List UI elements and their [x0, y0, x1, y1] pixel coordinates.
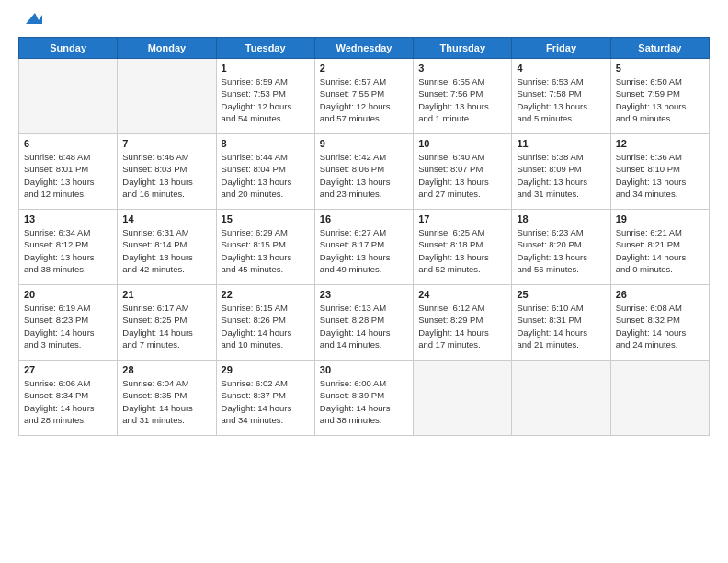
calendar-header-monday: Monday: [118, 38, 216, 59]
calendar-header-friday: Friday: [512, 38, 610, 59]
calendar-cell: [414, 361, 512, 436]
day-info: Sunrise: 6:50 AMSunset: 7:59 PMDaylight:…: [616, 75, 704, 124]
day-number: 30: [320, 364, 408, 375]
day-info: Sunrise: 6:21 AMSunset: 8:21 PMDaylight:…: [616, 226, 704, 275]
logo: [18, 15, 42, 28]
calendar-cell: 19Sunrise: 6:21 AMSunset: 8:21 PMDayligh…: [610, 210, 709, 285]
calendar-cell: 8Sunrise: 6:44 AMSunset: 8:04 PMDaylight…: [216, 134, 314, 210]
calendar-cell: [610, 361, 709, 436]
day-info: Sunrise: 6:46 AMSunset: 8:03 PMDaylight:…: [122, 151, 210, 200]
calendar-cell: 22Sunrise: 6:15 AMSunset: 8:26 PMDayligh…: [216, 285, 314, 361]
day-number: 17: [418, 213, 506, 224]
day-info: Sunrise: 6:48 AMSunset: 8:01 PMDaylight:…: [24, 151, 112, 200]
day-number: 22: [222, 289, 310, 300]
calendar-header-sunday: Sunday: [19, 38, 118, 59]
day-number: 29: [222, 364, 310, 375]
calendar-cell: 21Sunrise: 6:17 AMSunset: 8:25 PMDayligh…: [118, 285, 216, 361]
day-info: Sunrise: 6:38 AMSunset: 8:09 PMDaylight:…: [517, 151, 605, 200]
day-number: 18: [517, 213, 605, 224]
calendar-cell: 20Sunrise: 6:19 AMSunset: 8:23 PMDayligh…: [19, 285, 118, 361]
day-number: 13: [24, 213, 112, 224]
calendar-cell: 18Sunrise: 6:23 AMSunset: 8:20 PMDayligh…: [512, 210, 610, 285]
day-info: Sunrise: 6:40 AMSunset: 8:07 PMDaylight:…: [418, 151, 506, 200]
day-number: 1: [222, 63, 310, 74]
day-number: 14: [122, 213, 210, 224]
page-container: SundayMondayTuesdayWednesdayThursdayFrid…: [0, 0, 728, 563]
day-info: Sunrise: 6:57 AMSunset: 7:55 PMDaylight:…: [320, 75, 408, 124]
day-info: Sunrise: 6:17 AMSunset: 8:25 PMDaylight:…: [122, 302, 210, 350]
day-number: 27: [24, 364, 112, 375]
calendar-cell: 15Sunrise: 6:29 AMSunset: 8:15 PMDayligh…: [216, 210, 314, 285]
calendar-cell: 27Sunrise: 6:06 AMSunset: 8:34 PMDayligh…: [19, 361, 118, 436]
day-info: Sunrise: 6:23 AMSunset: 8:20 PMDaylight:…: [517, 226, 605, 275]
day-number: 15: [222, 213, 310, 224]
calendar-cell: 4Sunrise: 6:53 AMSunset: 7:58 PMDaylight…: [512, 59, 610, 134]
calendar-cell: 17Sunrise: 6:25 AMSunset: 8:18 PMDayligh…: [414, 210, 512, 285]
day-info: Sunrise: 6:04 AMSunset: 8:35 PMDaylight:…: [122, 377, 210, 426]
calendar-cell: 29Sunrise: 6:02 AMSunset: 8:37 PMDayligh…: [216, 361, 314, 436]
calendar-cell: 9Sunrise: 6:42 AMSunset: 8:06 PMDaylight…: [314, 134, 413, 210]
day-info: Sunrise: 6:27 AMSunset: 8:17 PMDaylight:…: [320, 226, 408, 275]
calendar-week-5: 27Sunrise: 6:06 AMSunset: 8:34 PMDayligh…: [19, 361, 710, 436]
day-info: Sunrise: 6:00 AMSunset: 8:39 PMDaylight:…: [320, 377, 408, 426]
calendar-cell: 2Sunrise: 6:57 AMSunset: 7:55 PMDaylight…: [314, 59, 413, 134]
calendar-header-thursday: Thursday: [414, 38, 512, 59]
svg-marker-0: [26, 13, 42, 24]
day-number: 21: [122, 289, 210, 300]
day-number: 20: [24, 289, 112, 300]
day-info: Sunrise: 6:10 AMSunset: 8:31 PMDaylight:…: [517, 302, 605, 350]
day-info: Sunrise: 6:13 AMSunset: 8:28 PMDaylight:…: [320, 302, 408, 350]
day-number: 12: [616, 138, 704, 149]
day-info: Sunrise: 6:19 AMSunset: 8:23 PMDaylight:…: [24, 302, 112, 350]
day-info: Sunrise: 6:53 AMSunset: 7:58 PMDaylight:…: [517, 75, 605, 124]
day-info: Sunrise: 6:08 AMSunset: 8:32 PMDaylight:…: [616, 302, 704, 350]
calendar-cell: 14Sunrise: 6:31 AMSunset: 8:14 PMDayligh…: [118, 210, 216, 285]
calendar-cell: 5Sunrise: 6:50 AMSunset: 7:59 PMDaylight…: [610, 59, 709, 134]
day-info: Sunrise: 6:15 AMSunset: 8:26 PMDaylight:…: [222, 302, 310, 350]
day-number: 2: [320, 63, 408, 74]
day-info: Sunrise: 6:29 AMSunset: 8:15 PMDaylight:…: [222, 226, 310, 275]
calendar-header-wednesday: Wednesday: [314, 38, 413, 59]
day-number: 24: [418, 289, 506, 300]
day-number: 7: [122, 138, 210, 149]
day-number: 28: [122, 364, 210, 375]
day-number: 5: [616, 63, 704, 74]
day-info: Sunrise: 6:36 AMSunset: 8:10 PMDaylight:…: [616, 151, 704, 200]
calendar-week-2: 6Sunrise: 6:48 AMSunset: 8:01 PMDaylight…: [19, 134, 710, 210]
calendar-cell: 10Sunrise: 6:40 AMSunset: 8:07 PMDayligh…: [414, 134, 512, 210]
calendar-cell: 24Sunrise: 6:12 AMSunset: 8:29 PMDayligh…: [414, 285, 512, 361]
day-number: 23: [320, 289, 408, 300]
calendar-table: SundayMondayTuesdayWednesdayThursdayFrid…: [18, 37, 710, 436]
day-number: 16: [320, 213, 408, 224]
calendar-cell: 3Sunrise: 6:55 AMSunset: 7:56 PMDaylight…: [414, 59, 512, 134]
day-number: 26: [616, 289, 704, 300]
calendar-cell: [512, 361, 610, 436]
day-number: 19: [616, 213, 704, 224]
day-number: 25: [517, 289, 605, 300]
calendar-header-saturday: Saturday: [610, 38, 709, 59]
calendar-cell: 30Sunrise: 6:00 AMSunset: 8:39 PMDayligh…: [314, 361, 413, 436]
day-info: Sunrise: 6:42 AMSunset: 8:06 PMDaylight:…: [320, 151, 408, 200]
calendar-week-1: 1Sunrise: 6:59 AMSunset: 7:53 PMDaylight…: [19, 59, 710, 134]
calendar-cell: 23Sunrise: 6:13 AMSunset: 8:28 PMDayligh…: [314, 285, 413, 361]
logo-icon: [22, 7, 42, 28]
day-info: Sunrise: 6:59 AMSunset: 7:53 PMDaylight:…: [222, 75, 310, 124]
calendar-cell: 25Sunrise: 6:10 AMSunset: 8:31 PMDayligh…: [512, 285, 610, 361]
day-number: 8: [222, 138, 310, 149]
day-number: 6: [24, 138, 112, 149]
calendar-cell: 26Sunrise: 6:08 AMSunset: 8:32 PMDayligh…: [610, 285, 709, 361]
calendar-cell: 1Sunrise: 6:59 AMSunset: 7:53 PMDaylight…: [216, 59, 314, 134]
calendar-cell: 16Sunrise: 6:27 AMSunset: 8:17 PMDayligh…: [314, 210, 413, 285]
calendar-cell: 28Sunrise: 6:04 AMSunset: 8:35 PMDayligh…: [118, 361, 216, 436]
day-number: 11: [517, 138, 605, 149]
calendar-week-4: 20Sunrise: 6:19 AMSunset: 8:23 PMDayligh…: [19, 285, 710, 361]
day-number: 4: [517, 63, 605, 74]
calendar-cell: [118, 59, 216, 134]
day-info: Sunrise: 6:25 AMSunset: 8:18 PMDaylight:…: [418, 226, 506, 275]
day-info: Sunrise: 6:31 AMSunset: 8:14 PMDaylight:…: [122, 226, 210, 275]
day-info: Sunrise: 6:34 AMSunset: 8:12 PMDaylight:…: [24, 226, 112, 275]
day-info: Sunrise: 6:02 AMSunset: 8:37 PMDaylight:…: [222, 377, 310, 426]
calendar-cell: 13Sunrise: 6:34 AMSunset: 8:12 PMDayligh…: [19, 210, 118, 285]
day-number: 9: [320, 138, 408, 149]
day-number: 3: [418, 63, 506, 74]
